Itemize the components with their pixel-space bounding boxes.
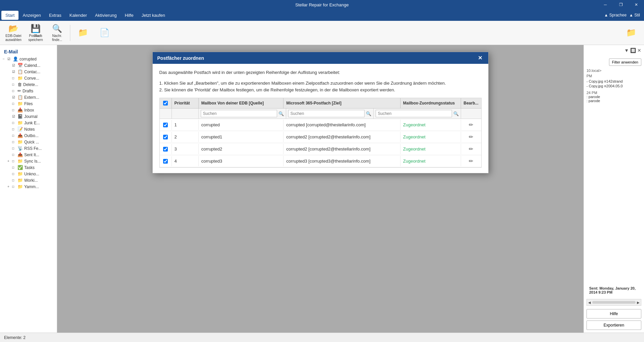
tree-item-drafts[interactable]: □ ✏ Drafts [0,88,57,94]
check-icon[interactable]: ☑ [12,70,17,74]
tree-item-junk[interactable]: □ 📁 Junk E... [0,120,57,126]
tree-item-conv[interactable]: □ 📁 Conve... [0,75,57,81]
check-icon[interactable]: □ [12,83,17,86]
menu-hilfe[interactable]: Hilfe [121,11,138,20]
check-icon[interactable]: □ [12,134,17,137]
tree-item-unknown[interactable]: □ 📁 Unkno... [0,171,57,177]
tree-item-deleted[interactable]: □ 🗑 Delete... [0,81,57,88]
edb-select-button[interactable]: 📂 EDB-Dateiauswählen [3,22,24,44]
menu-extras[interactable]: Extras [45,11,66,20]
minimize-button[interactable]: ─ [598,0,613,9]
scroll-right-icon[interactable]: ▶ [636,301,641,304]
check-icon[interactable]: ☑ [12,115,17,118]
row4-check[interactable] [160,156,172,166]
folder-button[interactable]: 📁 [73,22,93,44]
check-icon[interactable]: ☑ [7,57,12,61]
row2-checkbox[interactable] [163,135,168,139]
sidebar-item-label: Contac... [24,70,40,74]
start-group-label: Start [34,34,41,38]
check-icon[interactable]: □ [12,153,17,157]
language-selector[interactable]: ▲ Sprachee [604,13,627,17]
search-target-input[interactable] [288,110,365,117]
check-icon[interactable]: □ [12,140,17,144]
dialog-step-1: 1. Klicken Sie auf „Bearbeiten", um die … [159,80,482,87]
menu-kalender[interactable]: Kalender [66,11,91,20]
menu-anzeigen[interactable]: Anzeigen [18,11,45,20]
scrollbar-track[interactable] [592,301,636,304]
check-icon[interactable]: □ [12,172,17,176]
check-icon[interactable]: □ [12,102,17,105]
check-icon[interactable]: □ [12,185,17,188]
scrollbar-area[interactable]: ◀ ▶ [586,299,641,306]
menu-aktivierung[interactable]: Aktivierung [91,11,121,20]
row3-checkbox[interactable] [163,147,168,152]
menu-start[interactable]: Start [1,11,18,20]
tree-item-sent[interactable]: □ 📤 Sent It... [0,152,57,158]
export-button[interactable]: Exportieren [586,320,641,330]
row4-checkbox[interactable] [163,159,168,164]
tree-item-root[interactable]: − ☑ 👤 corrupted [0,56,57,62]
check-icon[interactable]: □ [12,178,17,182]
check-icon[interactable]: □ [12,121,17,125]
mailbox-save-button[interactable]: 💾 Postfachspeichern [26,22,46,44]
tree-item-yamm[interactable]: + □ 📁 Yamm... [0,183,57,190]
search-button[interactable]: 🔍 Nachr.finde... [47,22,67,44]
tree-item-notes[interactable]: □ 📝 Notes [0,126,57,132]
contacts-icon: 📋 [17,69,23,74]
scroll-left-icon[interactable]: ◀ [587,301,592,304]
row3-check[interactable] [160,144,172,154]
tree-item-working[interactable]: □ 📁 Worki... [0,177,57,183]
tree-item-contacts[interactable]: ☑ 📋 Contac... [0,69,57,75]
style-selector[interactable]: ▲ Stil [629,13,640,17]
row3-edit-button[interactable]: ✏ [461,143,481,155]
sidebar-item-label: Conve... [24,76,39,81]
filter-apply-button[interactable]: Filter anwenden [609,58,641,66]
close-button[interactable]: ✕ [629,0,644,9]
select-all-checkbox[interactable] [163,101,168,105]
check-icon[interactable]: ☑ [12,63,17,67]
check-icon[interactable]: □ [12,76,17,80]
row4-edit-button[interactable]: ✏ [461,155,481,167]
dialog-overlay: Postfächer zuordnen ✕ Das ausgewählte Po… [57,45,583,333]
dialog-close-button[interactable]: ✕ [477,55,484,61]
row4-target: corrupted3 [corrupted3@thestellarinfo.co… [283,156,400,166]
check-icon[interactable]: □ [12,159,17,163]
tree-item-outbox[interactable]: □ 📤 Outbo... [0,132,57,139]
search-status-input[interactable] [376,110,452,117]
row1-edit-button[interactable]: ✏ [461,119,481,131]
tree-item-journal[interactable]: ☑ 📓 Journal [0,113,57,120]
check-icon[interactable]: □ [12,146,17,150]
pin-icon[interactable]: ▼ [624,48,629,53]
folder3-button[interactable]: 📁 [621,22,641,44]
row1-check[interactable] [160,120,172,130]
row2-edit-button[interactable]: ✏ [461,131,481,143]
right-close-icon[interactable]: ✕ [637,48,641,53]
maximize-button[interactable]: ❐ [613,0,629,9]
inbox-icon: 📥 [17,108,23,113]
folder2-button[interactable]: 📄 [94,22,115,44]
help-button[interactable]: Hilfe [586,309,641,318]
tree-item-files[interactable]: □ 📁 Files [0,100,57,107]
check-icon[interactable]: □ [12,108,17,112]
tree-item-tasks[interactable]: □ ✅ Tasks [0,164,57,171]
check-icon[interactable]: □ [12,166,17,169]
check-icon[interactable]: ☑ [12,95,17,99]
search-status-icon: 🔍 [453,111,459,116]
tree-item-calendar[interactable]: ☑ 📅 Calend... [0,62,57,69]
email-info: 10.local> [586,69,641,73]
check-icon[interactable]: □ [12,89,17,93]
sidebar-item-label: Junk E... [24,121,40,125]
detach-icon[interactable]: 🔲 [630,48,636,53]
search-source-input[interactable] [201,110,277,117]
tree-item-sync[interactable]: + □ 📁 Sync Is... [0,158,57,164]
tree-item-inbox[interactable]: □ 📥 Inbox [0,107,57,113]
tree-item-quick[interactable]: □ 📁 Quick ... [0,139,57,145]
row2-check[interactable] [160,132,172,142]
menu-kaufen[interactable]: Jetzt kaufen [138,11,169,20]
row1-checkbox[interactable] [163,123,168,127]
calendar-icon: 📅 [17,63,23,68]
tree-item-external[interactable]: ☑ 📋 Extern... [0,94,57,100]
tree-item-rss[interactable]: □ 📡 RSS Fe... [0,145,57,152]
check-icon[interactable]: □ [12,127,17,131]
edit-icon: ✏ [469,134,473,140]
